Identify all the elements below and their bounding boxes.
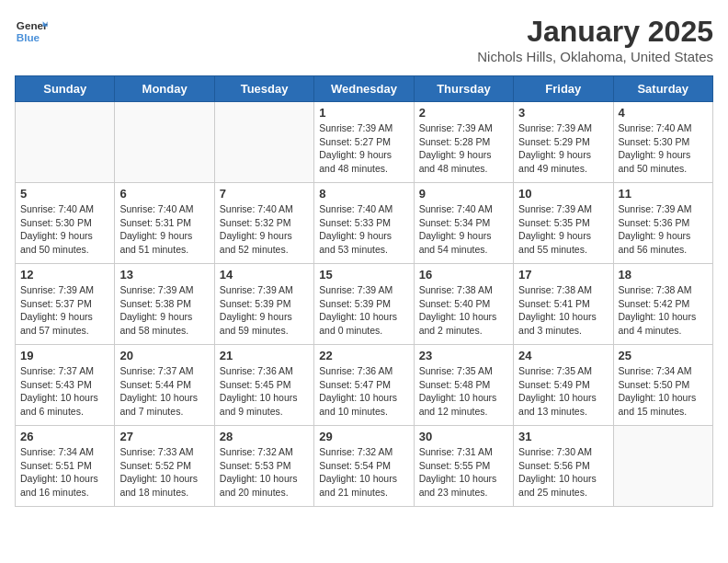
calendar-cell: 16Sunrise: 7:38 AM Sunset: 5:40 PM Dayli… [414, 264, 513, 345]
day-number: 20 [119, 349, 209, 362]
day-info: Sunrise: 7:39 AM Sunset: 5:39 PM Dayligh… [319, 283, 408, 338]
weekday-header: Sunday [16, 76, 115, 102]
day-info: Sunrise: 7:38 AM Sunset: 5:40 PM Dayligh… [419, 283, 508, 338]
day-number: 25 [619, 349, 708, 362]
weekday-header: Saturday [613, 76, 712, 102]
calendar-cell: 14Sunrise: 7:39 AM Sunset: 5:39 PM Dayli… [214, 264, 313, 345]
calendar-week-row: 19Sunrise: 7:37 AM Sunset: 5:43 PM Dayli… [16, 345, 713, 426]
day-info: Sunrise: 7:38 AM Sunset: 5:42 PM Dayligh… [619, 283, 708, 338]
day-number: 9 [419, 187, 508, 201]
day-number: 12 [20, 268, 109, 282]
title-block: January 2025 Nichols Hills, Oklahoma, Un… [477, 15, 713, 64]
day-number: 7 [220, 187, 309, 201]
calendar-cell: 26Sunrise: 7:34 AM Sunset: 5:51 PM Dayli… [16, 426, 115, 507]
weekday-header-row: SundayMondayTuesdayWednesdayThursdayFrid… [16, 76, 713, 102]
calendar-week-row: 5Sunrise: 7:40 AM Sunset: 5:30 PM Daylig… [16, 183, 713, 264]
calendar-cell: 8Sunrise: 7:40 AM Sunset: 5:33 PM Daylig… [314, 183, 414, 264]
calendar-cell: 10Sunrise: 7:39 AM Sunset: 5:35 PM Dayli… [514, 183, 613, 264]
day-info: Sunrise: 7:39 AM Sunset: 5:36 PM Dayligh… [619, 202, 708, 257]
day-number: 4 [619, 106, 708, 120]
calendar-cell: 25Sunrise: 7:34 AM Sunset: 5:50 PM Dayli… [613, 345, 712, 426]
day-info: Sunrise: 7:40 AM Sunset: 5:31 PM Dayligh… [119, 202, 209, 257]
day-info: Sunrise: 7:39 AM Sunset: 5:39 PM Dayligh… [220, 283, 309, 338]
day-info: Sunrise: 7:35 AM Sunset: 5:48 PM Dayligh… [419, 364, 508, 419]
day-number: 19 [20, 349, 109, 362]
calendar-cell: 2Sunrise: 7:39 AM Sunset: 5:28 PM Daylig… [414, 102, 513, 183]
day-info: Sunrise: 7:31 AM Sunset: 5:55 PM Dayligh… [419, 445, 508, 500]
logo-icon: General Blue [15, 15, 48, 48]
day-number: 16 [419, 268, 508, 282]
calendar-cell: 23Sunrise: 7:35 AM Sunset: 5:48 PM Dayli… [414, 345, 513, 426]
day-info: Sunrise: 7:39 AM Sunset: 5:38 PM Dayligh… [119, 283, 209, 338]
calendar-cell: 29Sunrise: 7:32 AM Sunset: 5:54 PM Dayli… [314, 426, 414, 507]
weekday-header: Friday [514, 76, 613, 102]
day-info: Sunrise: 7:30 AM Sunset: 5:56 PM Dayligh… [518, 445, 608, 500]
day-number: 22 [319, 349, 408, 362]
day-info: Sunrise: 7:38 AM Sunset: 5:41 PM Dayligh… [518, 283, 608, 338]
day-number: 17 [518, 268, 608, 282]
logo: General Blue [15, 15, 48, 48]
day-info: Sunrise: 7:34 AM Sunset: 5:50 PM Dayligh… [619, 364, 708, 419]
day-info: Sunrise: 7:34 AM Sunset: 5:51 PM Dayligh… [20, 445, 109, 500]
calendar-week-row: 12Sunrise: 7:39 AM Sunset: 5:37 PM Dayli… [16, 264, 713, 345]
page-header: General Blue January 2025 Nichols Hills,… [15, 15, 713, 64]
month-year: January 2025 [477, 15, 713, 49]
day-info: Sunrise: 7:33 AM Sunset: 5:52 PM Dayligh… [119, 445, 209, 500]
day-number: 5 [20, 187, 109, 201]
day-number: 26 [20, 430, 109, 443]
day-info: Sunrise: 7:40 AM Sunset: 5:33 PM Dayligh… [319, 202, 408, 257]
calendar-cell: 4Sunrise: 7:40 AM Sunset: 5:30 PM Daylig… [613, 102, 712, 183]
day-info: Sunrise: 7:40 AM Sunset: 5:32 PM Dayligh… [220, 202, 309, 257]
svg-text:Blue: Blue [17, 31, 40, 43]
day-number: 27 [119, 430, 209, 443]
calendar-cell: 15Sunrise: 7:39 AM Sunset: 5:39 PM Dayli… [314, 264, 414, 345]
day-number: 13 [119, 268, 209, 282]
calendar-cell: 20Sunrise: 7:37 AM Sunset: 5:44 PM Dayli… [115, 345, 214, 426]
weekday-header: Monday [115, 76, 214, 102]
day-info: Sunrise: 7:39 AM Sunset: 5:28 PM Dayligh… [419, 121, 508, 176]
calendar-cell: 6Sunrise: 7:40 AM Sunset: 5:31 PM Daylig… [115, 183, 214, 264]
calendar-cell: 11Sunrise: 7:39 AM Sunset: 5:36 PM Dayli… [613, 183, 712, 264]
calendar-cell [16, 102, 115, 183]
day-info: Sunrise: 7:36 AM Sunset: 5:45 PM Dayligh… [220, 364, 309, 419]
weekday-header: Tuesday [214, 76, 313, 102]
day-number: 28 [220, 430, 309, 443]
location: Nichols Hills, Oklahoma, United States [477, 49, 713, 64]
calendar-cell: 31Sunrise: 7:30 AM Sunset: 5:56 PM Dayli… [514, 426, 613, 507]
calendar-cell [214, 102, 313, 183]
day-number: 18 [619, 268, 708, 282]
day-number: 10 [518, 187, 608, 201]
calendar-week-row: 1Sunrise: 7:39 AM Sunset: 5:27 PM Daylig… [16, 102, 713, 183]
calendar-table: SundayMondayTuesdayWednesdayThursdayFrid… [15, 75, 713, 507]
day-number: 2 [419, 106, 508, 120]
day-info: Sunrise: 7:37 AM Sunset: 5:43 PM Dayligh… [20, 364, 109, 419]
day-info: Sunrise: 7:40 AM Sunset: 5:30 PM Dayligh… [20, 202, 109, 257]
day-info: Sunrise: 7:35 AM Sunset: 5:49 PM Dayligh… [518, 364, 608, 419]
calendar-cell [115, 102, 214, 183]
day-number: 11 [619, 187, 708, 201]
day-number: 31 [518, 430, 608, 443]
calendar-cell: 13Sunrise: 7:39 AM Sunset: 5:38 PM Dayli… [115, 264, 214, 345]
calendar-cell: 30Sunrise: 7:31 AM Sunset: 5:55 PM Dayli… [414, 426, 513, 507]
day-number: 3 [518, 106, 608, 120]
day-info: Sunrise: 7:40 AM Sunset: 5:30 PM Dayligh… [619, 121, 708, 176]
day-number: 1 [319, 106, 408, 120]
calendar-cell: 1Sunrise: 7:39 AM Sunset: 5:27 PM Daylig… [314, 102, 414, 183]
day-number: 23 [419, 349, 508, 362]
day-number: 14 [220, 268, 309, 282]
calendar-cell: 22Sunrise: 7:36 AM Sunset: 5:47 PM Dayli… [314, 345, 414, 426]
calendar-cell: 17Sunrise: 7:38 AM Sunset: 5:41 PM Dayli… [514, 264, 613, 345]
day-number: 21 [220, 349, 309, 362]
day-info: Sunrise: 7:32 AM Sunset: 5:54 PM Dayligh… [319, 445, 408, 500]
day-info: Sunrise: 7:39 AM Sunset: 5:37 PM Dayligh… [20, 283, 109, 338]
calendar-cell: 7Sunrise: 7:40 AM Sunset: 5:32 PM Daylig… [214, 183, 313, 264]
day-number: 15 [319, 268, 408, 282]
day-number: 24 [518, 349, 608, 362]
calendar-cell: 24Sunrise: 7:35 AM Sunset: 5:49 PM Dayli… [514, 345, 613, 426]
day-info: Sunrise: 7:39 AM Sunset: 5:29 PM Dayligh… [518, 121, 608, 176]
calendar-cell: 27Sunrise: 7:33 AM Sunset: 5:52 PM Dayli… [115, 426, 214, 507]
weekday-header: Thursday [414, 76, 513, 102]
calendar-cell: 21Sunrise: 7:36 AM Sunset: 5:45 PM Dayli… [214, 345, 313, 426]
calendar-cell: 5Sunrise: 7:40 AM Sunset: 5:30 PM Daylig… [16, 183, 115, 264]
day-info: Sunrise: 7:40 AM Sunset: 5:34 PM Dayligh… [419, 202, 508, 257]
